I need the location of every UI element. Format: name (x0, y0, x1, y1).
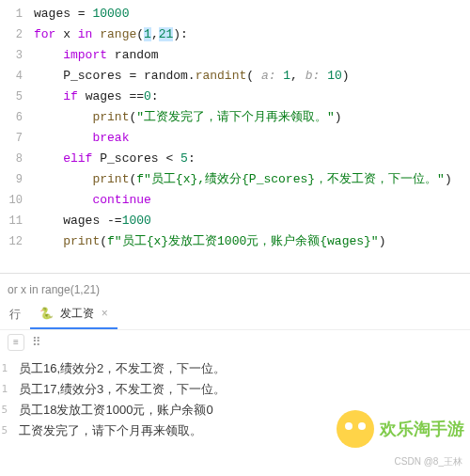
code-content[interactable]: break (34, 128, 470, 149)
output-line-number: 5 (0, 420, 19, 441)
output-line-number: 1 (0, 358, 19, 379)
code-content[interactable]: print(f"员工{x}发放工资1000元，账户余额{wages}") (34, 231, 470, 252)
close-icon[interactable]: × (102, 307, 108, 320)
breadcrumb: or x in range(1,21) (0, 279, 470, 300)
watermark-logo-icon (337, 410, 374, 448)
drag-handle-icon[interactable]: ⠿ (32, 335, 42, 350)
output-line: 1员工16,绩效分2，不发工资，下一位。 (0, 358, 470, 379)
code-line[interactable]: 4 P_scores = random.randint( a: 1, b: 10… (0, 66, 470, 87)
tab-bar: 行 🐍 发工资 × (0, 300, 470, 330)
code-content[interactable]: if wages ==0: (34, 87, 470, 107)
line-number: 5 (0, 87, 34, 107)
output-text: 员工17,绩效分3，不发工资，下一位。 (19, 379, 226, 400)
code-content[interactable]: for x in range(1,21): (34, 24, 470, 45)
code-content[interactable]: import random (34, 45, 470, 66)
line-number: 7 (0, 128, 34, 149)
line-number: 2 (0, 24, 34, 45)
code-line[interactable]: 7 break (0, 128, 470, 149)
tab-run[interactable]: 行 (0, 301, 30, 328)
code-line[interactable]: 9 print(f"员工{x},绩效分{P_scores}，不发工资，下一位。"… (0, 169, 470, 190)
output-line-number: 1 (0, 379, 19, 400)
code-content[interactable]: wages = 10000 (34, 4, 470, 24)
code-line[interactable]: 1wages = 10000 (0, 4, 470, 24)
output-text: 工资发完了，请下个月再来领取。 (19, 420, 202, 441)
line-number: 12 (0, 231, 34, 252)
output-text: 员工16,绩效分2，不发工资，下一位。 (19, 358, 226, 379)
line-number: 1 (0, 4, 34, 24)
code-line[interactable]: 2for x in range(1,21): (0, 24, 470, 45)
line-number: 11 (0, 211, 34, 231)
line-number: 8 (0, 149, 34, 169)
output-text: 员工18发放工资1000元，账户余额0 (19, 400, 213, 420)
credit-text: CSDN @8_王林 (395, 455, 462, 468)
code-content[interactable]: continue (34, 190, 470, 211)
code-content[interactable]: elif P_scores < 5: (34, 149, 470, 169)
code-content[interactable]: print("工资发完了，请下个月再来领取。") (34, 107, 470, 128)
code-line[interactable]: 3 import random (0, 45, 470, 66)
output-line: 1员工17,绩效分3，不发工资，下一位。 (0, 379, 470, 400)
code-content[interactable]: P_scores = random.randint( a: 1, b: 10) (34, 66, 470, 87)
code-line[interactable]: 11 wages -=1000 (0, 211, 470, 231)
line-number: 9 (0, 169, 34, 190)
code-editor[interactable]: 1wages = 100002for x in range(1,21):3 im… (0, 0, 470, 252)
line-number: 10 (0, 190, 34, 211)
code-line[interactable]: 5 if wages ==0: (0, 87, 470, 107)
output-toolbar: ≡ ⠿ (0, 330, 470, 355)
code-content[interactable]: print(f"员工{x},绩效分{P_scores}，不发工资，下一位。") (34, 169, 470, 190)
code-line[interactable]: 6 print("工资发完了，请下个月再来领取。") (0, 107, 470, 128)
line-number: 3 (0, 45, 34, 66)
output-line-number: 5 (0, 400, 19, 420)
code-line[interactable]: 12 print(f"员工{x}发放工资1000元，账户余额{wages}") (0, 231, 470, 252)
code-line[interactable]: 10 continue (0, 190, 470, 211)
output-menu-button[interactable]: ≡ (8, 334, 24, 351)
code-content[interactable]: wages -=1000 (34, 211, 470, 231)
tab-label: 发工资 (60, 307, 94, 320)
line-number: 4 (0, 66, 34, 87)
watermark: 欢乐淘手游 (337, 410, 464, 448)
python-icon: 🐍 (39, 307, 54, 320)
tab-script[interactable]: 🐍 发工资 × (30, 300, 118, 329)
code-line[interactable]: 8 elif P_scores < 5: (0, 149, 470, 169)
watermark-text: 欢乐淘手游 (380, 418, 464, 440)
line-number: 6 (0, 107, 34, 128)
